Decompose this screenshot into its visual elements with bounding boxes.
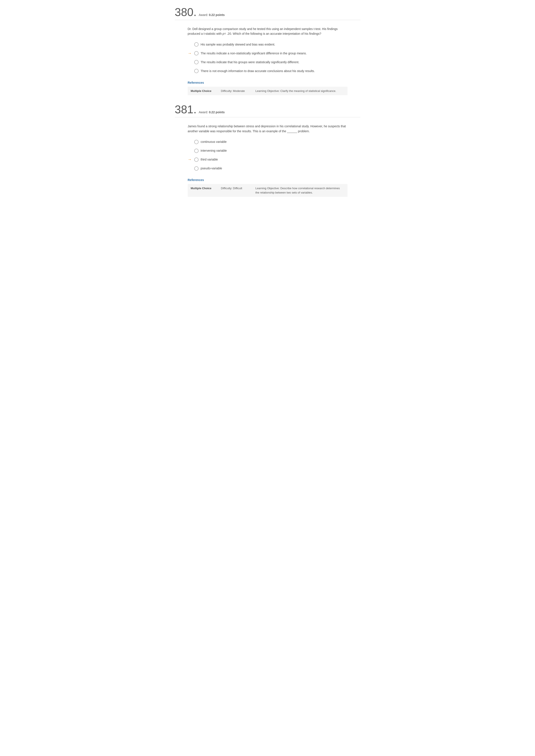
- references-table-0: Multiple ChoiceDifficulty: ModerateLearn…: [188, 87, 348, 95]
- option-item-0-3[interactable]: →There is not enough information to draw…: [188, 68, 348, 74]
- arrow-icon-0-1: →: [188, 50, 192, 56]
- option-item-0-2[interactable]: →The results indicate that his groups we…: [188, 59, 348, 65]
- references-section-0: ReferencesMultiple ChoiceDifficulty: Mod…: [188, 80, 348, 95]
- ref-learning-0: Learning Objective: Clarify the meaning …: [252, 87, 348, 95]
- question-body-1: James found a strong relationship betwee…: [175, 124, 360, 197]
- option-item-0-0[interactable]: →His sample was probably skewed and bias…: [188, 41, 348, 47]
- references-title-0[interactable]: References: [188, 80, 348, 85]
- option-label-0-2: The results indicate that his groups wer…: [201, 60, 348, 65]
- references-section-1: ReferencesMultiple ChoiceDifficulty: Dif…: [188, 178, 348, 197]
- option-label-1-2: third variable: [201, 157, 348, 162]
- option-label-0-3: There is not enough information to draw …: [201, 69, 348, 73]
- option-label-1-3: pseudo-variable: [201, 166, 348, 171]
- arrow-icon-1-2: →: [188, 157, 192, 162]
- radio-circle-1-2[interactable]: [194, 157, 199, 162]
- radio-circle-0-2[interactable]: [194, 60, 199, 64]
- references-table-1: Multiple ChoiceDifficulty: DifficultLear…: [188, 184, 348, 197]
- ref-type-0: Multiple Choice: [188, 87, 218, 95]
- ref-difficulty-1: Difficulty: Difficult: [218, 184, 252, 197]
- radio-circle-0-0[interactable]: [194, 42, 199, 47]
- award-text-1: Award: 0.22 points: [199, 110, 225, 115]
- radio-circle-1-1[interactable]: [194, 148, 199, 153]
- radio-circle-1-3[interactable]: [194, 166, 199, 171]
- options-list-0: →His sample was probably skewed and bias…: [188, 41, 348, 74]
- ref-type-1: Multiple Choice: [188, 184, 218, 197]
- option-item-1-3[interactable]: →pseudo-variable: [188, 166, 348, 171]
- question-number-1: 381.: [175, 104, 197, 115]
- radio-circle-0-3[interactable]: [194, 69, 199, 73]
- option-item-0-1[interactable]: →The results indicate a non-statisticall…: [188, 50, 348, 56]
- references-title-1[interactable]: References: [188, 178, 348, 182]
- option-label-0-0: His sample was probably skewed and bias …: [201, 42, 348, 47]
- option-item-1-0[interactable]: →continuous variable: [188, 139, 348, 145]
- option-label-1-0: continuous variable: [201, 140, 348, 144]
- radio-circle-0-1[interactable]: [194, 51, 199, 55]
- question-prompt-0: Dr. Dell designed a group comparison stu…: [188, 27, 348, 36]
- option-label-1-1: intervening variable: [201, 148, 348, 153]
- question-number-0: 380.: [175, 7, 197, 18]
- question-header-0: 380.Award: 0.22 points: [175, 7, 360, 20]
- radio-circle-1-0[interactable]: [194, 140, 199, 144]
- question-header-1: 381.Award: 0.22 points: [175, 104, 360, 117]
- option-item-1-2[interactable]: →third variable: [188, 157, 348, 162]
- ref-learning-1: Learning Objective: Describe how correla…: [252, 184, 348, 197]
- option-label-0-1: The results indicate a non-statistically…: [201, 51, 348, 56]
- options-list-1: →continuous variable→intervening variabl…: [188, 139, 348, 171]
- ref-difficulty-0: Difficulty: Moderate: [218, 87, 252, 95]
- question-block-1: 381.Award: 0.22 pointsJames found a stro…: [175, 104, 360, 197]
- page: 380.Award: 0.22 pointsDr. Dell designed …: [171, 0, 365, 212]
- question-body-0: Dr. Dell designed a group comparison stu…: [175, 27, 360, 95]
- award-text-0: Award: 0.22 points: [199, 13, 225, 17]
- question-prompt-1: James found a strong relationship betwee…: [188, 124, 348, 134]
- option-item-1-1[interactable]: →intervening variable: [188, 148, 348, 154]
- question-block-0: 380.Award: 0.22 pointsDr. Dell designed …: [175, 7, 360, 95]
